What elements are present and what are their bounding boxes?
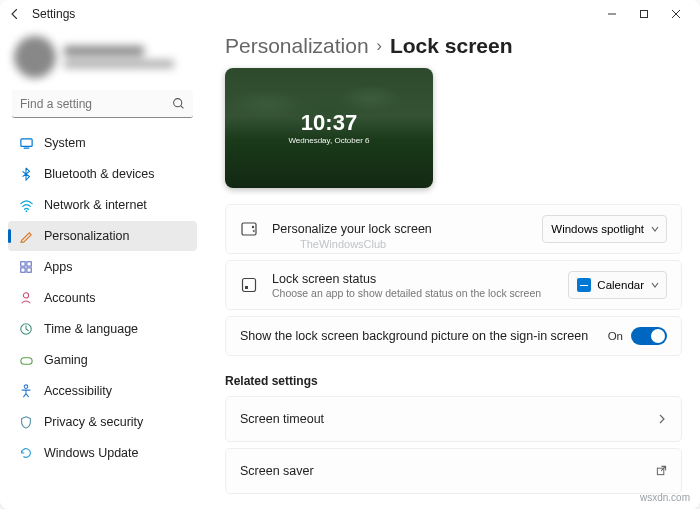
gaming-icon [18,352,34,368]
footer-watermark: wsxdn.com [640,492,690,503]
wifi-icon [18,197,34,213]
user-account-block[interactable] [8,32,197,84]
svg-rect-9 [21,268,25,272]
close-button[interactable] [660,3,692,25]
titlebar: Settings [0,0,700,28]
sidebar-item-network[interactable]: Network & internet [8,190,197,220]
screen-saver-row[interactable]: Screen saver [225,448,682,494]
personalize-dropdown[interactable]: Windows spotlight [542,215,667,243]
sidebar-item-accessibility[interactable]: Accessibility [8,376,197,406]
svg-point-16 [252,226,254,228]
main-content: Personalization › Lock screen 10:37 Wedn… [205,28,700,509]
sidebar-item-label: Privacy & security [44,415,143,429]
sidebar-item-apps[interactable]: Apps [8,252,197,282]
search-icon [172,96,185,114]
svg-rect-17 [243,279,256,292]
page-title: Lock screen [390,34,513,58]
apps-icon [18,259,34,275]
status-icon [240,276,258,294]
sidebar-item-gaming[interactable]: Gaming [8,345,197,375]
sidebar-item-label: Accounts [44,291,95,305]
minimize-button[interactable] [596,3,628,25]
bluetooth-icon [18,166,34,182]
svg-rect-7 [21,262,25,266]
svg-rect-8 [27,262,31,266]
svg-rect-18 [245,286,248,289]
update-icon [18,445,34,461]
sidebar-item-label: Bluetooth & devices [44,167,155,181]
status-app-dropdown[interactable]: Calendar [568,271,667,299]
chevron-right-icon: › [377,37,382,55]
sidebar-item-label: Windows Update [44,446,139,460]
sidebar-item-label: Accessibility [44,384,112,398]
search-input[interactable] [12,90,193,118]
chevron-down-icon [650,224,660,236]
signin-background-toggle-row: Show the lock screen background picture … [225,316,682,356]
window-title: Settings [32,7,75,21]
svg-rect-13 [20,357,31,364]
sidebar-item-privacy[interactable]: Privacy & security [8,407,197,437]
sidebar-item-bluetooth[interactable]: Bluetooth & devices [8,159,197,189]
card-title: Personalize your lock screen [272,222,528,236]
sidebar-item-time-language[interactable]: Time & language [8,314,197,344]
shield-icon [18,414,34,430]
sidebar-item-label: Time & language [44,322,138,336]
sidebar: System Bluetooth & devices Network & int… [0,28,205,509]
screen-timeout-row[interactable]: Screen timeout [225,396,682,442]
personalization-icon [18,228,34,244]
sidebar-item-accounts[interactable]: Accounts [8,283,197,313]
svg-line-3 [181,106,183,108]
personalize-lock-screen-row[interactable]: Personalize your lock screen Windows spo… [225,204,682,254]
picture-icon [240,220,258,238]
accessibility-icon [18,383,34,399]
breadcrumb-parent[interactable]: Personalization [225,34,369,58]
preview-time: 10:37 [301,112,357,134]
svg-rect-1 [641,11,648,18]
get-help-link[interactable]: Get help [225,500,682,509]
accounts-icon [18,290,34,306]
lock-screen-status-row[interactable]: Lock screen status Choose an app to show… [225,260,682,310]
svg-point-14 [24,385,28,389]
dropdown-value: Windows spotlight [551,223,644,235]
external-link-icon [656,462,667,480]
sidebar-item-system[interactable]: System [8,128,197,158]
toggle-label: Show the lock screen background picture … [240,329,608,343]
avatar [14,36,56,78]
card-title: Lock screen status [272,272,554,286]
svg-rect-10 [27,268,31,272]
link-label: Screen saver [240,464,642,478]
svg-point-6 [25,210,27,212]
svg-rect-4 [20,138,31,146]
breadcrumb: Personalization › Lock screen [225,34,682,58]
maximize-button[interactable] [628,3,660,25]
sidebar-item-personalization[interactable]: Personalization [8,221,197,251]
related-settings-heading: Related settings [225,374,682,388]
sidebar-item-label: Gaming [44,353,88,367]
sidebar-item-label: Network & internet [44,198,147,212]
window-controls [596,3,692,25]
preview-date: Wednesday, October 6 [288,136,369,145]
toggle-switch[interactable] [631,327,667,345]
chevron-down-icon [650,280,660,292]
sidebar-item-label: Personalization [44,229,129,243]
back-button[interactable] [8,7,22,21]
lock-screen-preview[interactable]: 10:37 Wednesday, October 6 [225,68,433,188]
sidebar-item-windows-update[interactable]: Windows Update [8,438,197,468]
system-icon [18,135,34,151]
card-subtitle: Choose an app to show detailed status on… [272,287,554,299]
svg-point-2 [174,99,182,107]
calendar-icon [577,278,591,292]
dropdown-value: Calendar [597,279,644,291]
sidebar-item-label: System [44,136,86,150]
toggle-state: On [608,330,623,342]
chevron-right-icon [657,410,667,428]
clock-icon [18,321,34,337]
link-label: Screen timeout [240,412,643,426]
svg-point-11 [23,293,28,298]
svg-rect-15 [242,223,256,235]
sidebar-item-label: Apps [44,260,73,274]
